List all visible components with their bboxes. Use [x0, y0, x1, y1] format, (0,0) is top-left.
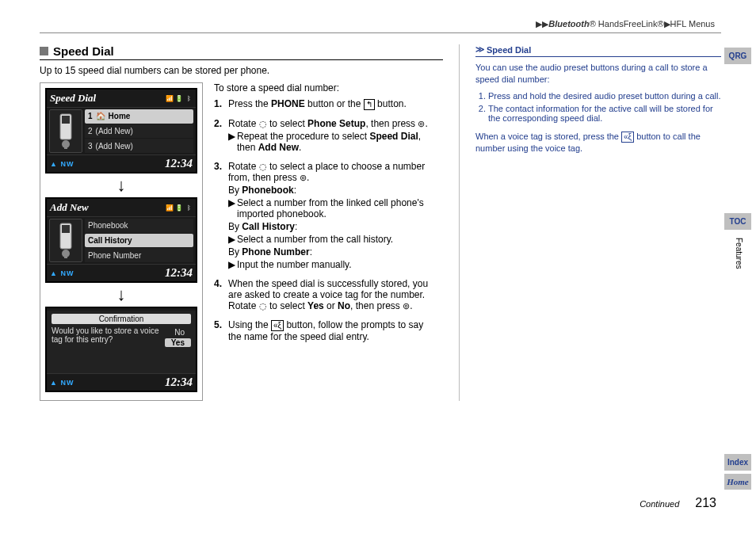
phone-wrench-icon: [49, 219, 82, 262]
triangle-icon: ▶: [228, 131, 235, 153]
bluetooth-icon: ᛒ: [185, 94, 193, 102]
tab-index[interactable]: Index: [724, 454, 751, 471]
step-4: 4. When the speed dial is successfully s…: [214, 278, 439, 311]
screenshot-sequence: Speed Dial 📶 🔋 ᛒ: [40, 82, 203, 401]
bluetooth-icon: ᛒ: [185, 204, 193, 212]
tab-home[interactable]: Home: [724, 474, 751, 490]
screen-add-new: Add New 📶 🔋 ᛒ Ph: [45, 197, 197, 283]
instruction-steps: To store a speed dial number: 1. Press t…: [214, 82, 439, 401]
step-2: 2. Rotate ◌ to select Phone Setup, then …: [214, 118, 439, 153]
rotate-icon: ◌: [259, 119, 267, 129]
down-arrow-icon: ↓: [117, 177, 126, 194]
signal-icon: 📶: [166, 204, 174, 212]
signal-icon: 📶: [166, 94, 174, 102]
status-icons: 📶 🔋 ᛒ: [166, 94, 193, 102]
section-intro: Up to 15 speed dial numbers can be store…: [40, 65, 443, 76]
pickup-icon: ↰: [364, 99, 375, 110]
rotate-icon: ◌: [259, 301, 267, 311]
battery-icon: 🔋: [175, 204, 183, 212]
side-note: ≫Speed Dial You can use the audio preset…: [460, 44, 721, 401]
press-icon: ⊚: [300, 173, 307, 183]
breadcrumb: ▶▶Bluetooth® HandsFreeLink®▶HFL Menus: [40, 19, 721, 32]
talk-icon: «ξ: [271, 320, 284, 331]
svg-rect-7: [64, 250, 67, 258]
step-5: 5. Using the «ξ button, follow the promp…: [214, 319, 439, 342]
down-arrow-icon: ↓: [117, 286, 126, 303]
step-1: 1. Press the PHONE button or the ↰ butto…: [214, 98, 439, 110]
step-3: 3. Rotate ◌ to select a place to choose …: [214, 161, 439, 270]
tab-toc[interactable]: TOC: [724, 213, 751, 230]
tab-features[interactable]: Features: [731, 233, 745, 273]
screen-confirmation: Confirmation Would you like to store a v…: [45, 307, 197, 392]
section-title: Speed Dial: [40, 44, 443, 60]
talk-icon: «ξ: [621, 132, 634, 143]
svg-rect-5: [62, 225, 70, 233]
press-icon: ⊚: [403, 301, 410, 311]
rotate-icon: ◌: [259, 162, 267, 172]
clock: 12:34: [165, 157, 193, 170]
section-marker-icon: [40, 47, 48, 55]
svg-rect-3: [64, 141, 67, 149]
compass-icon: ▲ NW: [50, 160, 74, 168]
battery-icon: 🔋: [175, 94, 183, 102]
screen-speed-dial: Speed Dial 📶 🔋 ᛒ: [45, 88, 197, 174]
page-number: 213: [695, 496, 716, 510]
phone-wrench-icon: [49, 109, 82, 153]
svg-rect-1: [62, 116, 70, 124]
chevron-icon: ≫: [475, 44, 485, 55]
home-icon: 🏠: [96, 112, 105, 120]
tab-qrg[interactable]: QRG: [724, 48, 751, 64]
continued-label: Continued: [640, 499, 679, 509]
